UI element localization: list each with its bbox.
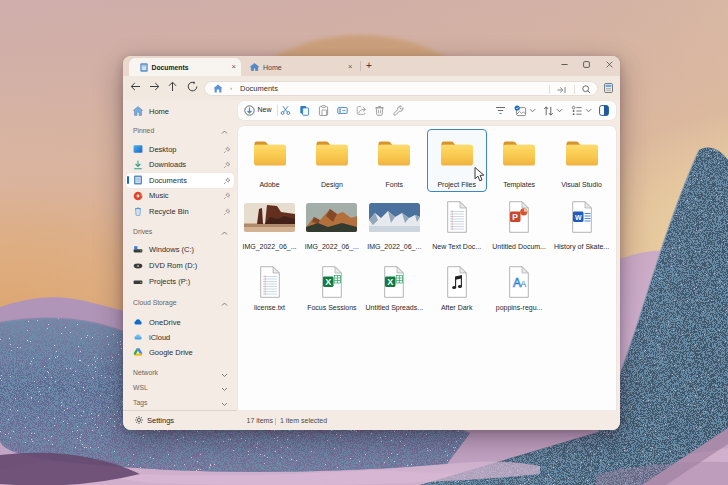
svg-text:P: P bbox=[512, 211, 518, 221]
svg-text:W: W bbox=[574, 213, 581, 220]
svg-text:X: X bbox=[387, 277, 393, 287]
svg-text:X: X bbox=[325, 277, 331, 287]
svg-text:A: A bbox=[520, 279, 526, 289]
